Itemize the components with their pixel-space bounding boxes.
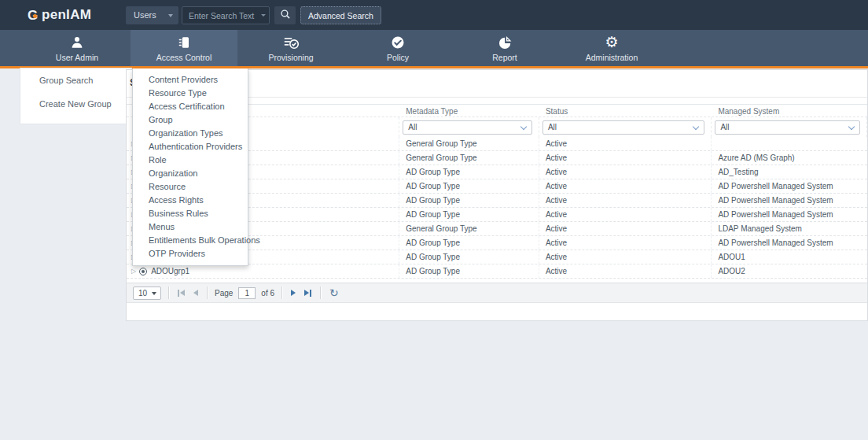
page-label: Page bbox=[215, 289, 233, 298]
menu-item-menus[interactable]: Menus bbox=[133, 220, 248, 234]
menu-item-entitlements-bulk-operations[interactable]: Entitlements Bulk Operations bbox=[133, 234, 248, 247]
sidebar-item-create-new-group[interactable]: Create New Group bbox=[20, 92, 131, 116]
managed-system-cell: AD Powershell Managed System bbox=[712, 236, 867, 250]
menu-item-organization-types[interactable]: Organization Types bbox=[133, 127, 248, 140]
managed-system-cell: AD_Testing bbox=[712, 165, 867, 179]
status-cell: Active bbox=[539, 194, 712, 207]
previous-page-button[interactable] bbox=[192, 288, 200, 298]
menu-item-access-certification[interactable]: Access Certification bbox=[133, 100, 248, 113]
openiam-logo[interactable]: GpenIAM bbox=[28, 6, 91, 24]
metadata-type-cell: General Group Type bbox=[399, 222, 539, 235]
status-filter-select[interactable]: All bbox=[542, 120, 705, 135]
status-cell: Active bbox=[539, 208, 712, 221]
column-header-managed-system: Managed System bbox=[712, 105, 867, 116]
menu-item-business-rules[interactable]: Business Rules bbox=[133, 207, 248, 220]
menu-item-authentication-providers[interactable]: Authentication Providers bbox=[133, 140, 248, 153]
user-admin-icon bbox=[70, 34, 84, 51]
search-button[interactable] bbox=[274, 6, 296, 24]
search-input[interactable] bbox=[182, 6, 270, 24]
refresh-icon[interactable]: ↻ bbox=[329, 287, 339, 298]
filter-value: All bbox=[720, 123, 729, 131]
divider bbox=[320, 287, 321, 299]
menu-item-group[interactable]: Group bbox=[133, 113, 248, 127]
page-size-value: 10 bbox=[138, 289, 147, 298]
pagination-bar: 10 Page of 6 ↻ bbox=[127, 283, 867, 303]
status-cell: Active bbox=[539, 179, 712, 193]
expand-row-icon[interactable]: ▷ bbox=[131, 264, 136, 278]
nav-label: Provisioning bbox=[268, 53, 313, 62]
managed-system-cell: LDAP Managed System bbox=[712, 222, 867, 235]
search-category-value: Users bbox=[134, 10, 156, 20]
metadata-type-cell: AD Group Type bbox=[399, 208, 539, 221]
last-page-button[interactable] bbox=[303, 288, 313, 298]
status-cell: Active bbox=[539, 264, 712, 278]
page-number-input[interactable] bbox=[238, 287, 256, 299]
openiam-logo-text: penIAM bbox=[42, 7, 91, 23]
managed-system-cell: AD Powershell Managed System bbox=[712, 194, 867, 207]
policy-check-icon bbox=[391, 34, 405, 51]
menu-item-resource[interactable]: Resource bbox=[133, 180, 248, 194]
column-header-metadata-type: Metadata Type bbox=[399, 105, 539, 116]
metadata-type-cell: AD Group Type bbox=[399, 236, 539, 250]
divider bbox=[207, 287, 208, 299]
metadata-type-filter-select[interactable]: All bbox=[403, 120, 532, 135]
menu-item-otp-providers[interactable]: OTP Providers bbox=[133, 247, 248, 261]
group-icon bbox=[139, 268, 147, 275]
managed-system-filter-select[interactable]: All bbox=[715, 120, 860, 135]
advanced-search-button[interactable]: Advanced Search bbox=[300, 6, 381, 24]
managed-system-cell: AD Powershell Managed System bbox=[712, 208, 867, 221]
nav-tab-administration[interactable]: ⚙ Administration bbox=[558, 30, 665, 66]
menu-item-resource-type[interactable]: Resource Type bbox=[133, 87, 248, 100]
status-cell: Active bbox=[539, 250, 712, 264]
report-pie-icon bbox=[498, 34, 513, 51]
next-page-button[interactable] bbox=[289, 288, 297, 298]
first-page-button[interactable] bbox=[176, 288, 186, 298]
divider bbox=[168, 287, 169, 299]
metadata-type-cell: AD Group Type bbox=[399, 250, 539, 264]
top-bar: GpenIAM Users Advanced Search bbox=[0, 0, 868, 30]
page-size-select[interactable]: 10 bbox=[133, 287, 161, 300]
menu-item-role[interactable]: Role bbox=[133, 153, 248, 167]
managed-system-cell: ADOU1 bbox=[712, 250, 867, 264]
openiam-logo-mark-icon: G bbox=[28, 9, 41, 22]
chevron-down-icon bbox=[520, 124, 527, 130]
nav-tab-access-control[interactable]: Access Control bbox=[131, 30, 237, 66]
openiam-console: GpenIAM Users Advanced Search User Admin… bbox=[0, 0, 868, 440]
metadata-type-cell: General Group Type bbox=[399, 151, 539, 165]
nav-tab-policy[interactable]: Policy bbox=[344, 30, 451, 66]
status-cell: Active bbox=[539, 222, 712, 235]
managed-system-cell: Azure AD (MS Graph) bbox=[712, 151, 867, 165]
menu-item-content-providers[interactable]: Content Providers bbox=[133, 73, 248, 87]
column-header-status: Status bbox=[539, 105, 712, 116]
chevron-down-icon bbox=[848, 124, 855, 130]
menu-item-access-rights[interactable]: Access Rights bbox=[133, 194, 248, 207]
metadata-type-cell: AD Group Type bbox=[399, 264, 539, 278]
status-cell: Active bbox=[539, 151, 712, 165]
table-row[interactable]: ▷ADOUgrp1 AD Group Type Active ADOU2 bbox=[127, 264, 867, 279]
nav-label: Administration bbox=[586, 53, 638, 62]
gear-icon: ⚙ bbox=[605, 34, 618, 51]
access-control-icon bbox=[177, 34, 191, 51]
nav-tab-user-admin[interactable]: User Admin bbox=[24, 30, 131, 66]
provisioning-icon bbox=[283, 34, 300, 51]
nav-label: Policy bbox=[387, 53, 409, 62]
nav-tab-provisioning[interactable]: Provisioning bbox=[237, 30, 344, 66]
metadata-type-cell: AD Group Type bbox=[399, 179, 539, 193]
menu-item-organization[interactable]: Organization bbox=[133, 167, 248, 180]
main-nav: User Admin Access Control Provisioning P… bbox=[0, 30, 868, 68]
chevron-down-icon bbox=[168, 14, 173, 17]
managed-system-cell: ADOU2 bbox=[712, 264, 867, 278]
group-name: ADOUgrp1 bbox=[151, 264, 189, 278]
search-category-select[interactable]: Users bbox=[126, 6, 178, 24]
page-total-label: of 6 bbox=[261, 289, 274, 298]
divider bbox=[281, 287, 282, 299]
nav-label: User Admin bbox=[56, 53, 98, 62]
sidebar-item-group-search[interactable]: Group Search bbox=[20, 68, 131, 92]
chevron-down-icon bbox=[693, 124, 699, 130]
filter-value: All bbox=[548, 123, 557, 131]
nav-tab-report[interactable]: Report bbox=[451, 30, 558, 66]
metadata-type-cell: AD Group Type bbox=[399, 165, 539, 179]
search-input-chevron-icon bbox=[261, 14, 266, 17]
chevron-down-icon bbox=[152, 292, 156, 295]
managed-system-cell: AD Powershell Managed System bbox=[712, 179, 867, 193]
